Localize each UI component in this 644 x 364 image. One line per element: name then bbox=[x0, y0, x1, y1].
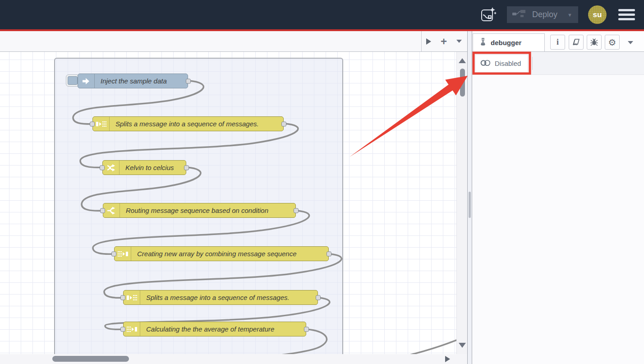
node-label: Routing message sequence based on condit… bbox=[120, 203, 295, 217]
workspace-tabbar: + bbox=[0, 31, 467, 52]
sidebar-chevron-down-icon[interactable] bbox=[628, 41, 633, 44]
deploy-chevron-down-icon[interactable]: ▼ bbox=[567, 12, 572, 18]
output-port[interactable] bbox=[281, 121, 286, 126]
flow-sparkle-icon[interactable] bbox=[480, 6, 497, 23]
input-port[interactable] bbox=[120, 327, 125, 332]
vertical-scrollbar[interactable] bbox=[456, 52, 467, 354]
play-icon[interactable] bbox=[426, 38, 431, 45]
input-port[interactable] bbox=[100, 165, 105, 170]
splitter-handle[interactable] bbox=[469, 192, 471, 218]
output-port[interactable] bbox=[294, 208, 299, 213]
node-join2[interactable]: Calculating the the average of temperatu… bbox=[123, 322, 306, 336]
sidebar-splitter[interactable] bbox=[467, 31, 472, 364]
toggle-icon bbox=[480, 60, 491, 68]
flow-canvas[interactable]: Inject the sample dataSplits a message i… bbox=[0, 52, 456, 354]
debug-disabled-filter-button[interactable]: Disabled bbox=[476, 55, 527, 72]
node-label: Kelvin to celcius bbox=[120, 161, 186, 175]
toolbar-divider bbox=[532, 57, 533, 70]
sidebar-header: debugger i ⚙ bbox=[472, 31, 644, 52]
output-port[interactable] bbox=[327, 251, 331, 256]
join-icon bbox=[124, 322, 140, 336]
split-icon bbox=[93, 117, 110, 131]
fork-icon bbox=[103, 203, 120, 217]
plus-icon[interactable]: + bbox=[441, 36, 447, 47]
scroll-down-icon[interactable] bbox=[459, 343, 466, 348]
filter-button-label: Disabled bbox=[495, 60, 521, 67]
output-port[interactable] bbox=[316, 295, 321, 300]
node-label: Inject the sample data bbox=[95, 74, 188, 88]
bug-icon[interactable] bbox=[587, 35, 602, 50]
scroll-up-icon[interactable] bbox=[459, 58, 466, 63]
debug-messages-panel bbox=[472, 75, 644, 364]
tab-debugger[interactable]: debugger bbox=[473, 33, 545, 51]
app-header: Deploy ▼ su bbox=[0, 0, 644, 29]
horizontal-scrollbar[interactable] bbox=[0, 354, 467, 364]
flask-icon bbox=[479, 38, 487, 47]
input-port[interactable] bbox=[120, 295, 125, 300]
debug-toolbar: Disabled bbox=[472, 52, 644, 75]
node-split2[interactable]: Splits a message into a sequence of mess… bbox=[123, 290, 318, 305]
scroll-right-icon[interactable] bbox=[445, 356, 450, 362]
node-label: Creating new array by combining message … bbox=[131, 247, 328, 261]
node-switch1[interactable]: Routing message sequence based on condit… bbox=[103, 203, 296, 218]
join-icon bbox=[115, 247, 131, 261]
header-accent-line bbox=[0, 29, 644, 31]
shuffle-icon bbox=[103, 161, 120, 175]
horizontal-scroll-thumb[interactable] bbox=[52, 356, 129, 362]
input-port[interactable] bbox=[100, 208, 105, 213]
output-port[interactable] bbox=[304, 327, 309, 332]
node-inject[interactable]: Inject the sample data bbox=[78, 74, 188, 88]
output-port[interactable] bbox=[184, 165, 189, 170]
gear-icon[interactable]: ⚙ bbox=[605, 35, 620, 50]
vertical-scroll-thumb[interactable] bbox=[460, 69, 465, 97]
node-label: Splits a message into a sequence of mess… bbox=[140, 290, 317, 304]
node-label: Calculating the the average of temperatu… bbox=[140, 322, 306, 336]
split-icon bbox=[124, 290, 140, 304]
info-icon[interactable]: i bbox=[550, 35, 565, 50]
hamburger-menu-icon[interactable] bbox=[616, 7, 637, 22]
node-join1[interactable]: Creating new array by combining message … bbox=[114, 246, 329, 261]
input-port[interactable] bbox=[111, 251, 116, 256]
input-port[interactable] bbox=[90, 121, 95, 126]
node-label: Splits a message into a sequence of mess… bbox=[110, 117, 283, 131]
output-port[interactable] bbox=[186, 78, 191, 83]
node-split1[interactable]: Splits a message into a sequence of mess… bbox=[92, 116, 284, 131]
deploy-button[interactable]: Deploy ▼ bbox=[507, 6, 578, 23]
deploy-nodes-icon bbox=[512, 9, 527, 20]
book-icon[interactable] bbox=[569, 35, 584, 50]
sidebar-tab-label: debugger bbox=[491, 39, 521, 46]
chevron-down-icon[interactable] bbox=[456, 40, 462, 43]
deploy-label: Deploy bbox=[532, 10, 557, 19]
sidebar: debugger i ⚙ bbox=[472, 31, 644, 364]
node-change1[interactable]: Kelvin to celcius bbox=[102, 160, 186, 175]
avatar[interactable]: su bbox=[588, 5, 607, 24]
inject-arrow-icon bbox=[78, 74, 95, 88]
